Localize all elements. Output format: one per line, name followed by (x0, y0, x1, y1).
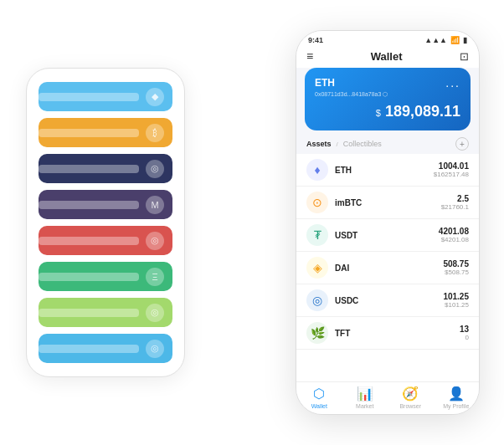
nav-label-wallet: Wallet (311, 403, 327, 409)
nav-item-my-profile[interactable]: 👤My Profile (434, 386, 480, 409)
asset-amount-usdt: 4201.08 (439, 227, 469, 236)
right-phone: 9:41 ▲▲▲ 📶 ▮ ≡ Wallet ⊡ ETH ... 0x08711d… (296, 30, 480, 415)
usdt-icon: ₮ (306, 224, 328, 246)
add-asset-button[interactable]: + (455, 137, 469, 151)
phone-header: ≡ Wallet ⊡ (296, 46, 479, 68)
nav-item-browser[interactable]: 🧭Browser (388, 386, 434, 409)
asset-amounts-imbtc: 2.5$21760.1 (441, 194, 469, 211)
asset-amount-usdc: 101.25 (443, 292, 469, 301)
status-icons: ▲▲▲ 📶 ▮ (424, 36, 467, 44)
asset-item-usdc[interactable]: ◎USDC101.25$101.25 (296, 284, 479, 317)
asset-amounts-tft: 130 (460, 325, 469, 341)
nav-icon-market: 📊 (357, 386, 373, 402)
nav-label-my-profile: My Profile (443, 403, 469, 409)
asset-name-eth: ETH (335, 166, 434, 175)
asset-amounts-usdc: 101.25$101.25 (443, 292, 469, 309)
asset-name-dai: DAI (335, 263, 443, 273)
wallet-card-0[interactable]: ◆ (39, 82, 172, 111)
asset-name-imbtc: imBTC (335, 198, 441, 207)
eth-card-header: ETH ... (315, 76, 460, 90)
usdc-icon: ◎ (306, 289, 328, 311)
imbtc-icon: ⊙ (306, 192, 328, 213)
left-phone: ◆₿◎M◎Ξ◎◎ (26, 68, 185, 377)
asset-item-dai[interactable]: ◈DAI508.75$508.75 (296, 252, 479, 284)
expand-icon[interactable]: ⊡ (460, 50, 469, 63)
wifi-icon: 📶 (450, 36, 460, 44)
nav-icon-wallet: ⬡ (313, 386, 325, 402)
menu-icon[interactable]: ≡ (306, 49, 313, 63)
battery-icon: ▮ (463, 36, 467, 44)
scene: ◆₿◎M◎Ξ◎◎ 9:41 ▲▲▲ 📶 ▮ ≡ Wallet ⊡ ETH ...… (9, 9, 495, 436)
nav-icon-my-profile: 👤 (448, 386, 465, 402)
dai-icon: ◈ (306, 257, 328, 279)
asset-usd-usdc: $101.25 (443, 301, 469, 309)
asset-item-tft[interactable]: 🌿TFT130 (296, 317, 479, 350)
asset-amount-tft: 13 (460, 325, 469, 334)
eth-balance: $ 189,089.11 (315, 103, 460, 120)
tft-icon: 🌿 (306, 322, 328, 344)
nav-item-market[interactable]: 📊Market (342, 386, 388, 409)
eth-dots[interactable]: ... (445, 76, 460, 90)
eth-address: 0x08711d3d...8418a78a3 ⬡ (315, 91, 460, 98)
eth-card[interactable]: ETH ... 0x08711d3d...8418a78a3 ⬡ $ 189,0… (305, 68, 471, 130)
wallet-card-5[interactable]: Ξ (39, 262, 172, 291)
asset-amounts-eth: 1004.01$162517.48 (434, 161, 469, 178)
nav-label-market: Market (356, 403, 373, 409)
eth-balance-prefix: $ (376, 108, 381, 118)
bottom-nav: ⬡Wallet📊Market🧭Browser👤My Profile (296, 381, 479, 414)
asset-amounts-usdt: 4201.08$4201.08 (439, 227, 469, 243)
wallet-title: Wallet (371, 50, 403, 63)
eth-coin-name: ETH (315, 77, 335, 89)
nav-label-browser: Browser (399, 403, 421, 409)
asset-usd-tft: 0 (460, 334, 469, 341)
asset-amount-imbtc: 2.5 (441, 194, 469, 203)
nav-icon-browser: 🧭 (402, 386, 419, 402)
eth-balance-value: 189,089.11 (385, 103, 460, 120)
asset-name-usdc: USDC (335, 296, 443, 305)
asset-item-usdt[interactable]: ₮USDT4201.08$4201.08 (296, 219, 479, 252)
assets-tab[interactable]: Assets (306, 140, 332, 148)
nav-item-wallet[interactable]: ⬡Wallet (296, 386, 342, 409)
wallet-card-2[interactable]: ◎ (39, 154, 172, 183)
wallet-card-3[interactable]: M (39, 190, 172, 219)
asset-amount-eth: 1004.01 (434, 161, 469, 171)
asset-usd-dai: $508.75 (443, 269, 469, 276)
time: 9:41 (308, 36, 323, 44)
asset-usd-eth: $162517.48 (434, 171, 469, 178)
asset-item-imbtc[interactable]: ⊙imBTC2.5$21760.1 (296, 187, 479, 219)
asset-usd-usdt: $4201.08 (439, 236, 469, 243)
wallet-card-4[interactable]: ◎ (39, 226, 172, 255)
eth-icon: ♦ (306, 159, 328, 181)
asset-amounts-dai: 508.75$508.75 (443, 259, 469, 276)
tab-divider: / (337, 141, 338, 148)
collectibles-tab[interactable]: Collectibles (343, 140, 382, 148)
asset-usd-imbtc: $21760.1 (441, 203, 469, 211)
asset-amount-dai: 508.75 (443, 259, 469, 269)
asset-name-tft: TFT (335, 329, 460, 338)
asset-name-usdt: USDT (335, 231, 439, 240)
signal-icon: ▲▲▲ (424, 36, 447, 44)
assets-header: Assets / Collectibles + (296, 130, 479, 154)
status-bar: 9:41 ▲▲▲ 📶 ▮ (296, 31, 479, 46)
wallet-card-7[interactable]: ◎ (39, 334, 172, 363)
assets-tabs: Assets / Collectibles (306, 140, 382, 148)
wallet-card-6[interactable]: ◎ (39, 298, 172, 327)
wallet-card-1[interactable]: ₿ (39, 118, 172, 147)
assets-list: ♦ETH1004.01$162517.48⊙imBTC2.5$21760.1₮U… (296, 154, 479, 381)
asset-item-eth[interactable]: ♦ETH1004.01$162517.48 (296, 154, 479, 187)
